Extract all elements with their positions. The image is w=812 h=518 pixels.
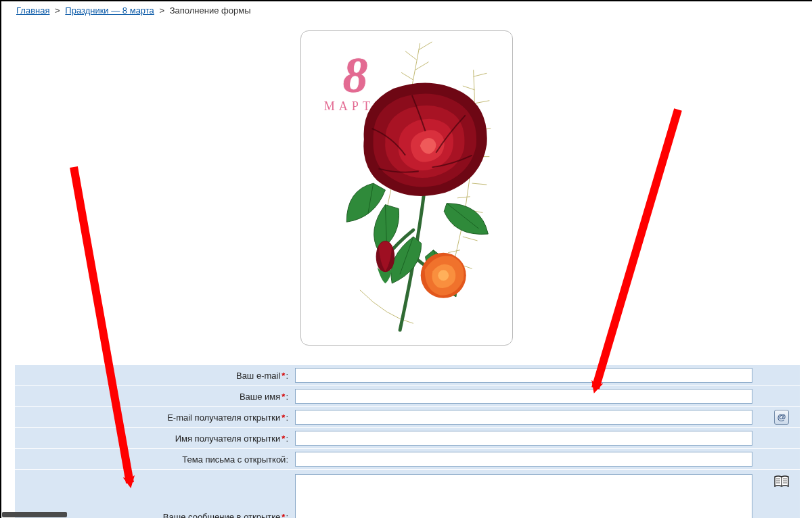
postcard-preview-frame: 8 МАРТА (300, 30, 513, 346)
name-field[interactable] (295, 389, 752, 404)
svg-line-11 (463, 86, 475, 90)
name-label: Ваше имя*: (15, 386, 291, 407)
required-mark: * (281, 392, 285, 402)
recipient-name-field[interactable] (295, 431, 752, 446)
svg-line-23 (448, 250, 460, 253)
email-label: Ваш e-mail*: (15, 365, 291, 386)
svg-line-2 (415, 62, 429, 70)
book-icon[interactable] (774, 475, 789, 489)
breadcrumb-home-link[interactable]: Главная (16, 5, 49, 16)
svg-line-1 (405, 51, 417, 60)
svg-point-28 (438, 270, 449, 281)
recipient-email-label: E-mail получателя открытки*: (15, 407, 291, 428)
svg-line-0 (419, 42, 432, 50)
svg-line-3 (401, 72, 413, 80)
svg-line-12 (476, 101, 490, 103)
recipient-email-field[interactable] (295, 410, 752, 425)
subject-label: Тема письма с открыткой: (15, 449, 291, 470)
svg-line-22 (463, 237, 478, 241)
required-mark: * (281, 433, 285, 444)
required-mark: * (281, 371, 285, 381)
postcard-form: Ваш e-mail*: Ваше имя*: E-mail получател… (15, 364, 800, 518)
breadcrumb-category-link[interactable]: Праздники — 8 марта (65, 5, 154, 16)
postcard-preview: 8 МАРТА (307, 37, 507, 339)
breadcrumb: Главная > Праздники — 8 марта > Заполнен… (1, 1, 812, 18)
svg-line-10 (474, 73, 487, 76)
required-mark: * (281, 512, 285, 518)
svg-line-18 (472, 183, 487, 185)
breadcrumb-sep: > (55, 5, 60, 16)
breadcrumb-current: Заполнение формы (170, 5, 251, 16)
horizontal-scrollbar-thumb[interactable] (2, 512, 67, 517)
email-field[interactable] (295, 368, 752, 383)
annotation-arrow-right (595, 110, 678, 388)
message-label: Ваше сообщение в открытке*: (15, 470, 291, 519)
contacts-icon[interactable]: @ (774, 410, 789, 425)
required-mark: * (281, 413, 285, 423)
recipient-name-label: Имя получателя открытки*: (15, 428, 291, 449)
svg-line-19 (457, 197, 470, 198)
breadcrumb-sep: > (159, 5, 164, 16)
message-field[interactable] (295, 474, 752, 518)
subject-field[interactable] (295, 452, 752, 467)
rose-illustration (307, 37, 507, 335)
